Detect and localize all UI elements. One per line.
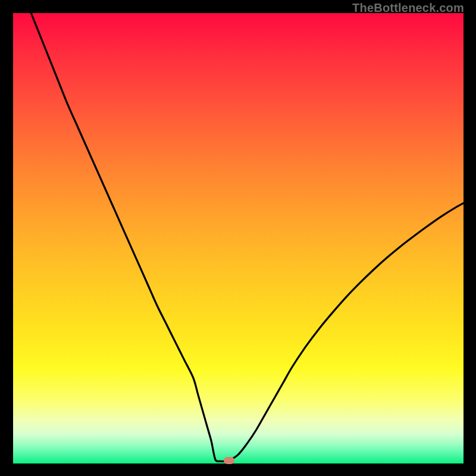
chart-root: TheBottleneck.com	[0, 0, 476, 476]
optimum-marker	[224, 457, 234, 464]
attribution-label: TheBottleneck.com	[352, 1, 464, 15]
gradient-background	[13, 13, 464, 464]
